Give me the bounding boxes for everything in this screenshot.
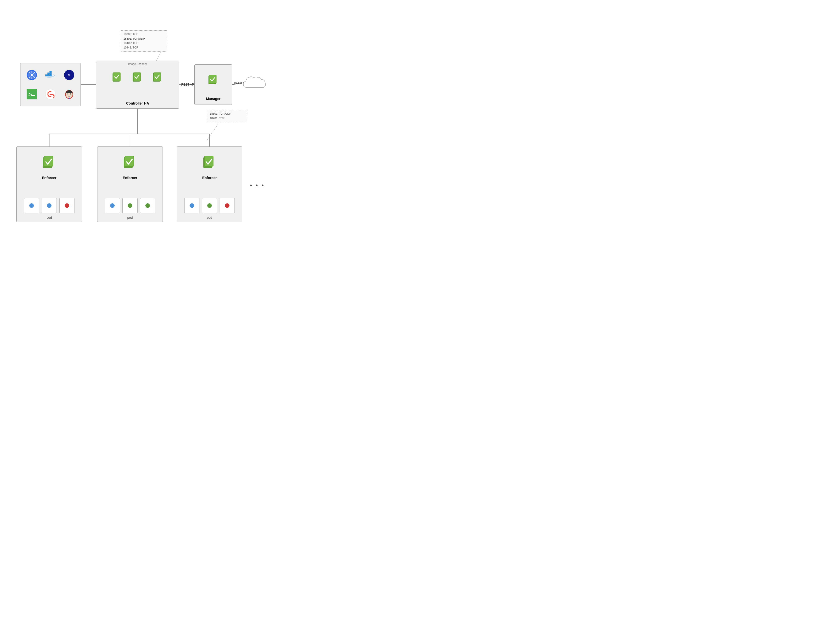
svg-point-35 — [48, 95, 49, 97]
enforcer-3-pod-row — [181, 198, 238, 213]
pod-1-2 — [42, 198, 57, 213]
controller-icons — [96, 70, 179, 86]
neuvector-icon-3 — [150, 70, 165, 86]
svg-rect-49 — [44, 156, 53, 166]
neuvector-icon-1 — [110, 70, 125, 86]
svg-rect-53 — [204, 156, 213, 166]
svg-rect-21 — [45, 74, 47, 76]
docker-icon — [45, 69, 56, 80]
pod-2-1 — [105, 198, 120, 213]
helm-icon: ⎈ — [64, 69, 75, 80]
annotation-line-4: 10443: TCP — [124, 45, 165, 50]
svg-point-33 — [48, 92, 49, 93]
dot-blue-1 — [29, 203, 34, 208]
pod-1-1 — [24, 198, 39, 213]
enforcer-1-label: Enforcer — [17, 176, 82, 180]
svg-rect-22 — [47, 74, 49, 76]
annotation-bottom-line-1: 18301: TCP/UDP — [210, 112, 244, 116]
dot-red-1 — [64, 203, 69, 208]
enforcer-1-pod-row — [21, 198, 78, 213]
pod-3-1 — [184, 198, 199, 213]
kubernetes-icon — [26, 69, 37, 80]
dot-red-2 — [225, 203, 230, 208]
jenkins-icon — [64, 89, 75, 100]
image-scanner-label: Image Scanner — [96, 63, 179, 65]
svg-point-12 — [31, 74, 33, 76]
neuvector-icon-2 — [130, 70, 145, 86]
enforcer-2-pod-row — [101, 198, 159, 213]
pod-3-2 — [202, 198, 217, 213]
annotation-line-3: 18400: TCP — [124, 41, 165, 45]
svg-line-9 — [207, 124, 218, 140]
controller-ha-box: Image Scanner — [96, 61, 179, 109]
dot-green-1 — [128, 203, 132, 208]
svg-text:⎈: ⎈ — [68, 72, 71, 77]
webhook-icon — [45, 89, 56, 100]
enforcer-box-2: Enforcer pod — [97, 147, 163, 222]
svg-rect-24 — [47, 73, 49, 74]
top-annotation-box: 18300: TCP 18301: TCP/UDP 18400: TCP 104… — [121, 30, 167, 52]
annotation-line-1: 18300: TCP — [124, 32, 165, 37]
manager-box: Manager — [195, 64, 232, 105]
manager-icon-wrap — [195, 72, 232, 87]
dot-green-3 — [207, 203, 212, 208]
manager-label: Manager — [195, 97, 232, 101]
dot-blue-4 — [190, 203, 194, 208]
svg-rect-23 — [50, 74, 51, 76]
enforcer-2-label: Enforcer — [97, 176, 162, 180]
pod-2-3 — [140, 198, 155, 213]
enforcer-3-label: Enforcer — [177, 176, 242, 180]
diagram-container: 18300: TCP 18301: TCP/UDP 18400: TCP 104… — [0, 0, 313, 242]
svg-rect-25 — [50, 73, 51, 74]
dot-blue-3 — [110, 203, 114, 208]
enforcer-box-3: Enforcer pod — [177, 147, 242, 222]
dot-blue-2 — [47, 203, 51, 208]
annotation-line-2: 18301: TCP/UDP — [124, 37, 165, 41]
svg-rect-26 — [50, 71, 51, 73]
enforcer-1-icon-wrap — [17, 153, 82, 171]
rest-api-label: REST API — [181, 83, 195, 86]
svg-point-34 — [53, 95, 55, 96]
svg-rect-51 — [125, 156, 134, 166]
pod-label-3: pod — [177, 216, 242, 219]
svg-point-39 — [70, 93, 71, 95]
pod-1-3 — [60, 198, 74, 213]
controller-ha-label: Controller HA — [96, 101, 179, 105]
enforcer-2-icon-wrap — [97, 153, 162, 171]
annotation-bottom-line-2: 18401: TCP — [210, 116, 244, 121]
sources-box: ⎈ > — [20, 63, 81, 106]
pod-label-2: pod — [97, 216, 162, 219]
pod-2-2 — [122, 198, 138, 213]
bottom-annotation-box: 18301: TCP/UDP 18401: TCP — [207, 110, 248, 122]
enforcer-box-1: Enforcer pod — [16, 147, 82, 222]
svg-rect-31 — [31, 95, 35, 96]
dot-green-2 — [145, 203, 150, 208]
ellipsis: • • • — [250, 182, 265, 189]
svg-text:>: > — [29, 91, 32, 98]
cloud-icon — [242, 74, 268, 91]
enforcer-3-icon-wrap — [177, 153, 242, 171]
terminal-icon: > — [26, 89, 37, 100]
pod-3-3 — [220, 198, 235, 213]
pod-label-1: pod — [17, 216, 82, 219]
svg-point-38 — [68, 93, 68, 95]
